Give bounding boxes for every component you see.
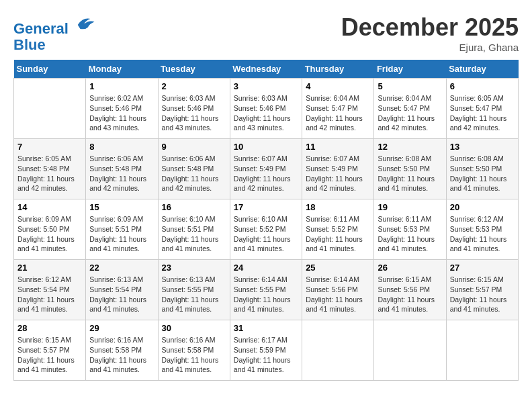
day-cell: 11Sunrise: 6:07 AM Sunset: 5:49 PM Dayli… (302, 139, 374, 199)
day-info: Sunrise: 6:06 AM Sunset: 5:48 PM Dayligh… (162, 154, 226, 193)
day-cell (14, 79, 86, 139)
day-number: 28 (17, 323, 82, 333)
calendar-header: SundayMondayTuesdayWednesdayThursdayFrid… (14, 60, 519, 79)
day-number: 3 (234, 81, 298, 91)
logo: General Blue (13, 13, 95, 53)
day-info: Sunrise: 6:11 AM Sunset: 5:53 PM Dayligh… (378, 214, 442, 254)
day-cell (302, 320, 374, 381)
day-number: 23 (162, 263, 226, 273)
calendar-body: 1Sunrise: 6:02 AM Sunset: 5:46 PM Daylig… (14, 79, 519, 381)
day-info: Sunrise: 6:13 AM Sunset: 5:54 PM Dayligh… (89, 275, 154, 314)
day-number: 1 (89, 81, 154, 91)
day-info: Sunrise: 6:03 AM Sunset: 5:46 PM Dayligh… (162, 93, 226, 133)
day-info: Sunrise: 6:15 AM Sunset: 5:56 PM Dayligh… (378, 275, 442, 314)
day-cell: 1Sunrise: 6:02 AM Sunset: 5:46 PM Daylig… (86, 79, 158, 139)
header-cell-monday: Monday (86, 60, 158, 79)
day-cell: 2Sunrise: 6:03 AM Sunset: 5:46 PM Daylig… (158, 79, 230, 139)
month-title: December 2025 (341, 13, 519, 42)
location: Ejura, Ghana (341, 42, 519, 53)
day-info: Sunrise: 6:06 AM Sunset: 5:48 PM Dayligh… (89, 154, 154, 193)
day-number: 16 (162, 202, 226, 212)
day-number: 22 (89, 263, 154, 273)
day-cell: 23Sunrise: 6:13 AM Sunset: 5:55 PM Dayli… (158, 260, 230, 320)
day-cell: 14Sunrise: 6:09 AM Sunset: 5:50 PM Dayli… (14, 199, 86, 260)
day-cell (374, 320, 446, 381)
day-cell: 5Sunrise: 6:04 AM Sunset: 5:47 PM Daylig… (374, 79, 446, 139)
day-cell: 27Sunrise: 6:15 AM Sunset: 5:57 PM Dayli… (446, 260, 518, 320)
day-cell: 10Sunrise: 6:07 AM Sunset: 5:49 PM Dayli… (230, 139, 302, 199)
day-number: 18 (306, 202, 370, 212)
logo-text: General Blue (13, 13, 95, 53)
day-info: Sunrise: 6:02 AM Sunset: 5:46 PM Dayligh… (89, 93, 154, 133)
header-row: SundayMondayTuesdayWednesdayThursdayFrid… (14, 60, 519, 79)
day-cell: 3Sunrise: 6:03 AM Sunset: 5:46 PM Daylig… (230, 79, 302, 139)
day-number: 31 (234, 323, 298, 333)
day-info: Sunrise: 6:15 AM Sunset: 5:57 PM Dayligh… (450, 275, 515, 314)
day-number: 24 (234, 263, 298, 273)
day-number: 21 (17, 263, 82, 273)
day-info: Sunrise: 6:05 AM Sunset: 5:48 PM Dayligh… (17, 154, 82, 193)
day-number: 29 (89, 323, 154, 333)
day-number: 4 (306, 81, 370, 91)
day-info: Sunrise: 6:08 AM Sunset: 5:50 PM Dayligh… (378, 154, 442, 193)
day-cell: 21Sunrise: 6:12 AM Sunset: 5:54 PM Dayli… (14, 260, 86, 320)
calendar-table: SundayMondayTuesdayWednesdayThursdayFrid… (13, 60, 519, 381)
week-row-2: 14Sunrise: 6:09 AM Sunset: 5:50 PM Dayli… (14, 199, 519, 260)
day-info: Sunrise: 6:03 AM Sunset: 5:46 PM Dayligh… (234, 93, 298, 133)
day-info: Sunrise: 6:13 AM Sunset: 5:55 PM Dayligh… (162, 275, 226, 314)
day-cell: 4Sunrise: 6:04 AM Sunset: 5:47 PM Daylig… (302, 79, 374, 139)
title-block: December 2025 Ejura, Ghana (341, 13, 519, 53)
day-number: 26 (378, 263, 442, 273)
day-info: Sunrise: 6:16 AM Sunset: 5:58 PM Dayligh… (89, 335, 154, 375)
day-cell: 26Sunrise: 6:15 AM Sunset: 5:56 PM Dayli… (374, 260, 446, 320)
day-cell: 29Sunrise: 6:16 AM Sunset: 5:58 PM Dayli… (86, 320, 158, 381)
day-info: Sunrise: 6:09 AM Sunset: 5:51 PM Dayligh… (89, 214, 154, 254)
day-number: 14 (17, 202, 82, 212)
day-number: 10 (234, 142, 298, 152)
page-header: General Blue December 2025 Ejura, Ghana (13, 13, 519, 53)
day-cell: 8Sunrise: 6:06 AM Sunset: 5:48 PM Daylig… (86, 139, 158, 199)
day-info: Sunrise: 6:05 AM Sunset: 5:47 PM Dayligh… (450, 93, 515, 133)
day-cell: 30Sunrise: 6:16 AM Sunset: 5:58 PM Dayli… (158, 320, 230, 381)
day-info: Sunrise: 6:08 AM Sunset: 5:50 PM Dayligh… (450, 154, 515, 193)
day-cell: 19Sunrise: 6:11 AM Sunset: 5:53 PM Dayli… (374, 199, 446, 260)
day-info: Sunrise: 6:09 AM Sunset: 5:50 PM Dayligh… (17, 214, 82, 254)
day-cell: 9Sunrise: 6:06 AM Sunset: 5:48 PM Daylig… (158, 139, 230, 199)
day-number: 19 (378, 202, 442, 212)
day-cell: 25Sunrise: 6:14 AM Sunset: 5:56 PM Dayli… (302, 260, 374, 320)
day-cell: 16Sunrise: 6:10 AM Sunset: 5:51 PM Dayli… (158, 199, 230, 260)
day-info: Sunrise: 6:10 AM Sunset: 5:51 PM Dayligh… (162, 214, 226, 254)
day-number: 5 (378, 81, 442, 91)
day-number: 8 (89, 142, 154, 152)
day-info: Sunrise: 6:17 AM Sunset: 5:59 PM Dayligh… (234, 335, 298, 375)
day-cell: 31Sunrise: 6:17 AM Sunset: 5:59 PM Dayli… (230, 320, 302, 381)
day-cell: 22Sunrise: 6:13 AM Sunset: 5:54 PM Dayli… (86, 260, 158, 320)
day-cell: 28Sunrise: 6:15 AM Sunset: 5:57 PM Dayli… (14, 320, 86, 381)
header-cell-thursday: Thursday (302, 60, 374, 79)
day-info: Sunrise: 6:12 AM Sunset: 5:54 PM Dayligh… (17, 275, 82, 314)
day-info: Sunrise: 6:04 AM Sunset: 5:47 PM Dayligh… (306, 93, 370, 133)
header-cell-saturday: Saturday (446, 60, 518, 79)
header-cell-friday: Friday (374, 60, 446, 79)
day-info: Sunrise: 6:12 AM Sunset: 5:53 PM Dayligh… (450, 214, 515, 254)
day-cell: 7Sunrise: 6:05 AM Sunset: 5:48 PM Daylig… (14, 139, 86, 199)
day-info: Sunrise: 6:11 AM Sunset: 5:52 PM Dayligh… (306, 214, 370, 254)
week-row-3: 21Sunrise: 6:12 AM Sunset: 5:54 PM Dayli… (14, 260, 519, 320)
header-cell-sunday: Sunday (14, 60, 86, 79)
day-info: Sunrise: 6:07 AM Sunset: 5:49 PM Dayligh… (234, 154, 298, 193)
day-number: 11 (306, 142, 370, 152)
day-number: 30 (162, 323, 226, 333)
day-number: 20 (450, 202, 515, 212)
day-cell: 15Sunrise: 6:09 AM Sunset: 5:51 PM Dayli… (86, 199, 158, 260)
day-info: Sunrise: 6:16 AM Sunset: 5:58 PM Dayligh… (162, 335, 226, 375)
day-info: Sunrise: 6:14 AM Sunset: 5:55 PM Dayligh… (234, 275, 298, 314)
day-number: 15 (89, 202, 154, 212)
day-cell: 6Sunrise: 6:05 AM Sunset: 5:47 PM Daylig… (446, 79, 518, 139)
week-row-4: 28Sunrise: 6:15 AM Sunset: 5:57 PM Dayli… (14, 320, 519, 381)
day-info: Sunrise: 6:15 AM Sunset: 5:57 PM Dayligh… (17, 335, 82, 375)
day-number: 17 (234, 202, 298, 212)
week-row-1: 7Sunrise: 6:05 AM Sunset: 5:48 PM Daylig… (14, 139, 519, 199)
day-number: 7 (17, 142, 82, 152)
header-cell-wednesday: Wednesday (230, 60, 302, 79)
header-cell-tuesday: Tuesday (158, 60, 230, 79)
